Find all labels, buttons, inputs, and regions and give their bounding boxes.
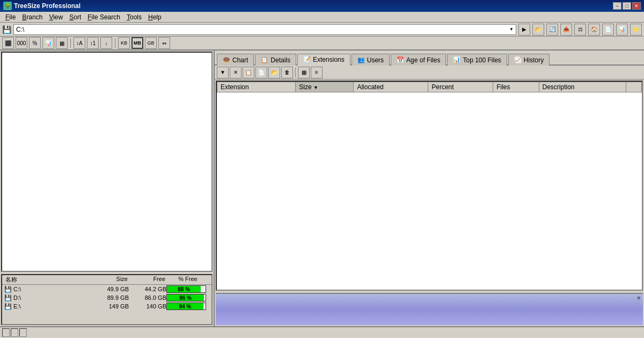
nav-refresh-button[interactable]: 🔄 [546,24,558,35]
nav-scan-button[interactable]: 📊 [616,24,628,35]
left-panel: 名称 Size Free % Free 💾 C:\ 49.9 GB 44.2 G… [0,51,215,326]
tab-top100[interactable]: 📊 Top 100 Files [447,54,507,66]
menu-branch[interactable]: Branch [19,12,46,22]
drive-name: 💾 E:\ [4,303,91,310]
separator2 [115,38,115,48]
ext-filter-button[interactable]: ▼ [217,67,229,78]
ext-copy-button[interactable]: 📋 [243,67,254,78]
age-tab-icon: 📅 [397,56,404,63]
col-size[interactable]: Size ▼ [296,82,354,92]
drive-bar-cell: 88 % [166,285,209,293]
col-pctfree: % Free [166,276,209,284]
status-close-button[interactable]: ✕ [636,295,641,301]
tab-extensions[interactable]: 📝 Extensions [297,54,350,66]
wrap-button[interactable]: ⇔ [158,37,170,49]
nav-open-button[interactable]: 📂 [532,24,544,35]
drive-pct-label: 88 % [178,286,190,292]
ext-delete-button[interactable]: 🗑 [281,67,293,78]
drive-row[interactable]: 💾 D:\ 89.9 GB 86.0 GB 96 % [2,293,211,302]
drive-row[interactable]: 💾 C:\ 49.9 GB 44.2 GB 88 % [2,285,211,293]
ext-view-btn1[interactable]: ▦ [298,67,310,78]
drive-icon: 💾 [4,303,12,310]
menu-view[interactable]: View [46,12,66,22]
unit-mb-button[interactable]: MB [131,37,143,49]
restore-button[interactable]: □ [623,2,631,10]
nav-report-button[interactable]: 📄 [602,24,614,35]
col-size: Size [91,276,129,284]
nav-forward-button[interactable]: ▶ [518,24,530,35]
status-segment-3 [19,328,27,337]
status-panel: ✕ [216,293,643,325]
col-percent[interactable]: Percent [428,82,493,92]
drive-bar-cell: 94 % [166,303,209,310]
drive-name: 💾 C:\ [4,286,91,293]
extensions-table-area[interactable]: Extension Size ▼ Allocated Percent Files… [216,81,643,291]
ext-separator1 [295,68,296,77]
tabs-row: 🍩 Chart 📋 Details 📝 Extensions 👥 Users 📅… [215,51,644,66]
app-icon: 🌳 [3,2,12,10]
menu-filesearch[interactable]: File Search [84,12,123,22]
minimize-button[interactable]: – [613,2,621,10]
col-allocated[interactable]: Allocated [354,82,428,92]
drive-size: 49.9 GB [91,286,129,292]
tab-details[interactable]: 📋 Details [255,54,296,66]
top100-tab-icon: 📊 [453,56,460,63]
toolbar2: ⬛ 000 % 📊 ▦ ↕A ↕1 ↓ KB MB GB ⇔ [0,37,644,51]
drive-pct-label: 96 % [179,295,192,301]
chart-tab-icon: 🍩 [223,56,230,63]
nav-export-button[interactable]: 📤 [560,24,572,35]
sort-za-button[interactable]: ↕1 [87,37,99,49]
drive-bar-wrap: 88 % [166,285,206,293]
sort-az-button[interactable]: ↕A [74,37,85,49]
unit-gb-button[interactable]: GB [145,37,157,49]
ext-new-button[interactable]: 📄 [255,67,267,78]
drive-list-header: 名称 Size Free % Free [2,275,211,285]
address-bar-row: 💾 C:\ ▼ ▶ 📂 🔄 📤 ⚖ 🏠 📄 📊 ⭐ [0,23,644,37]
drive-label: D:\ [13,294,21,301]
tab-chart[interactable]: 🍩 Chart [217,54,254,66]
col-files[interactable]: Files [493,82,539,92]
status-segment-1 [2,328,10,337]
menu-help[interactable]: Help [145,12,165,22]
tab-users[interactable]: 👥 Users [352,54,390,66]
unit-kb-button[interactable]: KB [118,37,130,49]
tab-history-label: History [524,56,544,64]
ext-open-button[interactable]: 📂 [268,67,280,78]
extensions-table: Extension Size ▼ Allocated Percent Files… [217,82,642,92]
menu-tools[interactable]: Tools [123,12,145,22]
drive-bar-wrap: 96 % [166,294,206,301]
grid-button[interactable]: ▦ [56,37,68,49]
ext-clear-button[interactable]: ✕ [230,67,241,78]
drive-bar-cell: 96 % [166,294,209,301]
main-area: 名称 Size Free % Free 💾 C:\ 49.9 GB 44.2 G… [0,51,644,326]
col-free: Free [129,276,166,284]
nav-compare-button[interactable]: ⚖ [574,24,586,35]
drive-free: 86.0 GB [129,294,166,301]
col-extension[interactable]: Extension [217,82,296,92]
address-dropdown-arrow[interactable]: ▼ [509,27,514,32]
drive-bar-fill: 96 % [167,294,204,301]
menu-bar: File Branch View Sort File Search Tools … [0,12,644,23]
tab-age-of-files[interactable]: 📅 Age of Files [391,54,446,66]
menu-file[interactable]: File [2,12,19,22]
history-tab-icon: 📈 [514,56,522,63]
nav-star-button[interactable]: ⭐ [630,24,642,35]
tab-users-label: Users [367,56,384,64]
digits-button[interactable]: 000 [16,37,27,49]
scan-button[interactable]: ⬛ [2,37,14,49]
ext-view-btn2[interactable]: ≡ [311,67,323,78]
drive-row[interactable]: 💾 E:\ 149 GB 140 GB 94 % [2,302,211,311]
nav-home-button[interactable]: 🏠 [588,24,600,35]
drive-bar-fill: 94 % [167,303,203,310]
close-button[interactable]: ✕ [632,2,641,10]
sort-down-button[interactable]: ↓ [100,37,112,49]
tab-history[interactable]: 📈 History [508,54,550,66]
percent-button[interactable]: % [29,37,41,49]
address-drive-icon: 💾 [2,25,11,34]
address-combo[interactable]: C:\ ▼ [13,24,516,35]
extensions-toolbar: ▼ ✕ 📋 📄 📂 🗑 ▦ ≡ [215,66,644,80]
tree-area[interactable] [1,52,213,272]
chart-button[interactable]: 📊 [42,37,54,49]
col-description[interactable]: Description [539,82,626,92]
menu-sort[interactable]: Sort [66,12,84,22]
